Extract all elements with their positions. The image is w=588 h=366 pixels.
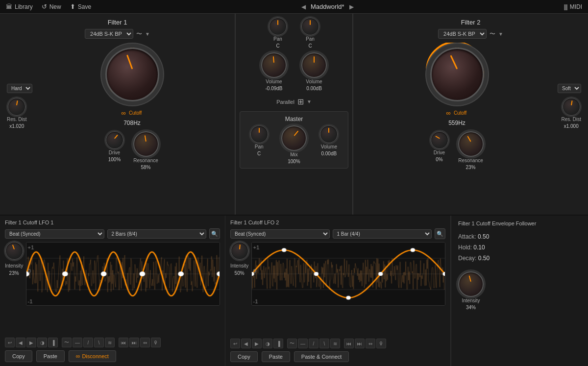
filter1-resonance-value: 58% bbox=[141, 165, 150, 170]
lfo2-random-button[interactable]: ≋ bbox=[330, 339, 340, 348]
lfo1-bars-select[interactable]: 2 Bars (8/4) bbox=[107, 229, 207, 239]
master-pan-knob[interactable] bbox=[250, 125, 268, 143]
envelope-decay-row: Decay: 0.50 bbox=[458, 255, 581, 262]
lfo1-mirror-button[interactable]: ⇔ bbox=[140, 338, 150, 347]
lfo2-intensity-pointer bbox=[239, 244, 241, 249]
lfo1-controls-row: Beat (Synced) 2 Bars (8/4) 🔍 bbox=[5, 228, 220, 239]
filter1-type-select[interactable]: 24dB S-K BP bbox=[85, 29, 133, 39]
center-vol2-container: Volume 0.00dB bbox=[301, 52, 327, 91]
lfo2-wave2-button[interactable]: ▐ bbox=[273, 339, 283, 348]
lfo2-prev-button[interactable]: ◀ bbox=[241, 339, 251, 348]
lfo1-mic-button[interactable]: 🎙 bbox=[151, 338, 161, 347]
lfo2-copy-button[interactable]: Copy bbox=[230, 351, 258, 362]
master-box: Master Pan C Mix 100% bbox=[240, 111, 348, 169]
lfo2-backslash-button[interactable]: \ bbox=[319, 339, 329, 348]
lfo1-undo-button[interactable]: ↩ bbox=[5, 338, 15, 347]
master-vol-knob[interactable] bbox=[320, 125, 338, 143]
lfo1-backslash-button[interactable]: \ bbox=[94, 338, 104, 347]
next-preset-button[interactable]: ▶ bbox=[349, 3, 354, 10]
lfo1-intensity-value: 23% bbox=[9, 270, 19, 276]
center-pan1-knob[interactable] bbox=[269, 18, 287, 35]
filter2-resonance-knob[interactable] bbox=[458, 131, 484, 157]
lfo1-disconnect-button[interactable]: ∞ Disconnect bbox=[69, 350, 116, 362]
filter1-type-dropdown-arrow[interactable]: ▼ bbox=[145, 31, 150, 37]
save-button[interactable]: ⬆ Save bbox=[70, 3, 91, 10]
filter2-drive-knob[interactable] bbox=[431, 131, 448, 149]
master-title: Master bbox=[245, 116, 343, 122]
filter1-cutoff-value: 708Hz bbox=[123, 120, 141, 126]
lfo1-copy-button[interactable]: Copy bbox=[5, 350, 32, 362]
lfo2-paste-button[interactable]: Paste bbox=[262, 351, 290, 362]
center-pan2-knob[interactable] bbox=[301, 18, 319, 35]
filter2-panel: Filter 2 24dB S-K BP 〜 ▼ bbox=[353, 14, 588, 215]
lfo1-wave2-button[interactable]: ▐ bbox=[48, 338, 58, 347]
lfo1-sine-button[interactable]: 〜 bbox=[62, 338, 72, 347]
filter2-cutoff-knob[interactable] bbox=[430, 48, 484, 101]
filter2-type-select[interactable]: 24dB S-K BP bbox=[438, 29, 487, 39]
lfo2-mic-button[interactable]: 🎙 bbox=[376, 339, 386, 348]
filter2-type-dropdown-arrow[interactable]: ▼ bbox=[498, 31, 503, 37]
lfo2-sine-button[interactable]: 〜 bbox=[287, 339, 297, 348]
filter2-resonance-value: 23% bbox=[466, 165, 475, 170]
filter2-resdist-knob[interactable] bbox=[563, 98, 580, 116]
lfo2-slash-button[interactable]: / bbox=[309, 339, 318, 348]
filter1-resonance-knob[interactable] bbox=[133, 131, 159, 157]
prev-preset-button[interactable]: ◀ bbox=[301, 3, 306, 10]
parallel-dropdown-arrow[interactable]: ▼ bbox=[307, 99, 312, 104]
filter2-cutoff-value: 559Hz bbox=[448, 120, 466, 126]
filter2-type-bar: 24dB S-K BP 〜 ▼ bbox=[360, 29, 581, 39]
filter1-left-col: Hard Res. Dist x1.020 bbox=[7, 84, 32, 129]
filter2-title: Filter 2 bbox=[360, 19, 581, 26]
lfo2-play-button[interactable]: ▶ bbox=[252, 339, 262, 348]
lfo2-main-row: Intensity 50% bbox=[230, 242, 445, 337]
lfo2-intensity-knob[interactable] bbox=[231, 242, 248, 260]
filter2-cutoff-label: Cutoff bbox=[454, 110, 467, 116]
lfo1-skip-back-button[interactable]: ⏮ bbox=[119, 338, 128, 347]
lfo2-skip-fwd-button[interactable]: ⏭ bbox=[355, 339, 365, 348]
filter1-cutoff-knob[interactable] bbox=[105, 48, 159, 101]
new-button[interactable]: ↺ New bbox=[42, 3, 61, 10]
lfo2-paste-connect-button[interactable]: Paste & Connect bbox=[294, 351, 349, 362]
envelope-intensity-label: Intensity bbox=[462, 298, 480, 304]
lfo2-waveform-area[interactable] bbox=[251, 242, 445, 306]
center-pan1-pointer bbox=[277, 20, 278, 25]
lfo2-bars-select[interactable]: 1 Bar (4/4) bbox=[333, 229, 432, 239]
envelope-intensity-knob[interactable] bbox=[458, 271, 484, 297]
center-vol2-knob[interactable] bbox=[301, 52, 327, 78]
master-mix-label: Mix bbox=[290, 152, 298, 158]
lfo1-prev-button[interactable]: ◀ bbox=[16, 338, 25, 347]
library-button[interactable]: 🏛 Library bbox=[6, 3, 33, 10]
lfo1-play-button[interactable]: ▶ bbox=[26, 338, 36, 347]
lfo1-magnify-button[interactable]: 🔍 bbox=[209, 228, 220, 239]
filter1-main-row: Hard Res. Dist x1.020 bbox=[7, 43, 228, 170]
lfo2-line-button[interactable]: — bbox=[298, 339, 308, 348]
filter1-bottom-knobs: Drive 100% Resonance 58% bbox=[106, 131, 159, 170]
midi-button[interactable]: ||| MIDI bbox=[564, 3, 582, 10]
lfo1-waveform-area[interactable] bbox=[26, 242, 220, 306]
master-pan-pointer bbox=[259, 128, 260, 133]
filter2-mode-select[interactable]: Soft bbox=[558, 84, 581, 93]
lfo2-canvas bbox=[252, 243, 445, 305]
lfo2-mode-select[interactable]: Beat (Synced) bbox=[230, 229, 330, 239]
lfo1-wave1-button[interactable]: ◑ bbox=[37, 338, 47, 347]
lfo1-intensity-knob[interactable] bbox=[5, 242, 23, 260]
new-label: New bbox=[49, 3, 61, 10]
lfo2-undo-button[interactable]: ↩ bbox=[230, 339, 240, 348]
filter2-cutoff-label-row: ∞ Cutoff bbox=[446, 109, 468, 117]
filter1-resdist-knob[interactable] bbox=[8, 98, 25, 116]
lfo2-mirror-button[interactable]: ⇔ bbox=[366, 339, 375, 348]
lfo2-magnify-button[interactable]: 🔍 bbox=[435, 228, 445, 239]
lfo1-paste-button[interactable]: Paste bbox=[36, 350, 65, 362]
lfo1-slash-button[interactable]: / bbox=[83, 338, 93, 347]
master-mix-knob[interactable] bbox=[281, 125, 307, 151]
filter1-drive-knob[interactable] bbox=[106, 131, 123, 149]
filter1-mode-select[interactable]: Hard bbox=[7, 84, 32, 93]
lfo1-random-button[interactable]: ≋ bbox=[105, 338, 115, 347]
center-vol1-knob[interactable] bbox=[261, 52, 287, 78]
lfo1-line-button[interactable]: — bbox=[73, 338, 82, 347]
lfo1-skip-fwd-button[interactable]: ⏭ bbox=[129, 338, 139, 347]
lfo2-intensity-value: 50% bbox=[235, 270, 245, 276]
lfo2-wave1-button[interactable]: ◑ bbox=[263, 339, 272, 348]
lfo2-skip-back-button[interactable]: ⏮ bbox=[344, 339, 354, 348]
lfo1-mode-select[interactable]: Beat (Synced) bbox=[5, 229, 104, 239]
